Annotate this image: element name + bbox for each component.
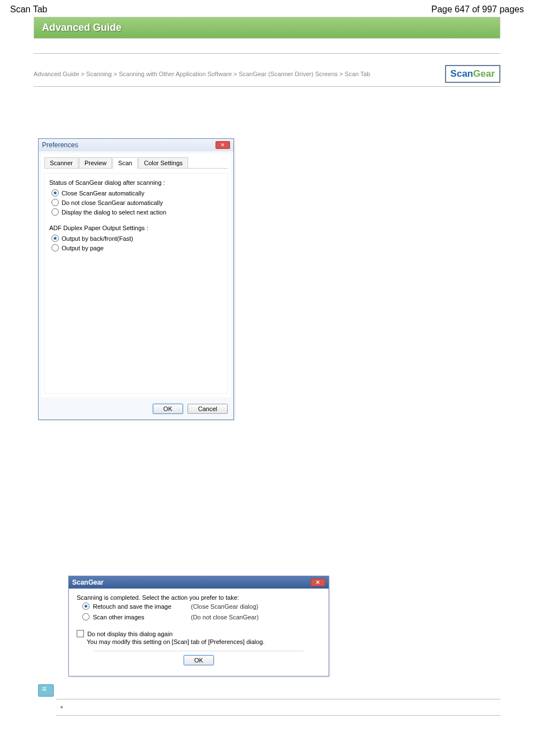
prefs-title: Preferences xyxy=(42,141,78,149)
radio-scan-other[interactable] xyxy=(82,613,90,620)
bullet-icon: ● xyxy=(60,504,65,512)
tab-color-settings[interactable]: Color Settings xyxy=(138,157,188,169)
tab-scanner[interactable]: Scanner xyxy=(44,157,78,169)
sg-opt1-label: Retouch and save the image xyxy=(93,603,191,610)
ok-button[interactable]: OK xyxy=(184,655,214,665)
sg-sub: You may modify this setting on [Scan] ta… xyxy=(77,638,321,645)
tabs: Scanner Preview Scan Color Settings xyxy=(44,157,228,169)
page-header-right: Page 647 of 997 pages xyxy=(432,4,524,15)
status-desc: Select what to do with ScanGear (scanner… xyxy=(45,440,500,448)
radio-display-dialog[interactable] xyxy=(51,208,59,216)
group1-label: Status of ScanGear dialog after scanning… xyxy=(49,179,224,186)
sg-msg: Scanning is completed. Select the action… xyxy=(77,594,321,601)
sg-opt2-label: Scan other images xyxy=(93,614,191,620)
breadcrumb: Advanced Guide > Scanning > Scanning wit… xyxy=(34,71,370,77)
scangear-logo: ScanGear xyxy=(445,65,500,83)
opt2-desc: Select this to return to the ScanGear sc… xyxy=(60,512,500,521)
square-bullet-icon: ■ xyxy=(60,704,63,710)
logo-scan: Scan xyxy=(451,68,474,79)
group2-label: ADF Duplex Paper Output Settings : xyxy=(49,225,224,231)
opt3-desc: Select this to open a screen and select … xyxy=(60,563,500,571)
scangear-dialog: ScanGear ✕ Scanning is completed. Select… xyxy=(68,576,329,676)
note-body-text: Even if Do not close ScanGear automatica… xyxy=(68,703,425,710)
radio-close-auto[interactable] xyxy=(51,189,59,197)
radio-not-close[interactable] xyxy=(51,199,59,206)
radio-close-auto-label: Close ScanGear automatically xyxy=(62,190,144,197)
guide-banner: Advanced Guide xyxy=(34,17,500,39)
close-icon[interactable]: ✕ xyxy=(311,578,325,586)
cancel-button[interactable]: Cancel xyxy=(188,404,228,414)
note-icon xyxy=(38,684,54,697)
bullet-icon: ● xyxy=(45,431,49,440)
close-icon[interactable]: ✕ xyxy=(216,141,230,149)
radio-output-page[interactable] xyxy=(51,244,59,251)
status-head: Status of ScanGear dialog after scanning xyxy=(51,431,193,440)
opt1-desc: Select this to return to the original ap… xyxy=(60,479,500,487)
radio-retouch[interactable] xyxy=(82,603,90,610)
ok-button[interactable]: OK xyxy=(153,404,183,414)
radio-not-close-label: Do not close ScanGear automatically xyxy=(62,199,163,206)
checkbox-dont-display[interactable] xyxy=(77,630,84,637)
sg-check-label: Do not display this dialog again xyxy=(87,631,172,637)
preferences-dialog: Preferences ✕ Scanner Preview Scan Color… xyxy=(38,138,234,420)
logo-gear: Gear xyxy=(473,68,495,79)
adf-head: ADF Duplex Paper Output Settings xyxy=(51,724,171,732)
intro-text: On the Scan tab, you can specify the fol… xyxy=(34,121,500,132)
bullet-icon: ● xyxy=(60,470,65,479)
radio-output-bf[interactable] xyxy=(51,235,59,242)
bullet-icon: ● xyxy=(60,554,65,563)
sg-opt2-hint: (Do not close ScanGear) xyxy=(191,614,259,620)
note-label: Note xyxy=(59,686,76,694)
bullet-icon: ● xyxy=(45,724,49,732)
opt2-head: Do not close ScanGear automatically xyxy=(67,504,195,512)
opt1-head: Close ScanGear automatically xyxy=(67,470,171,479)
sg-opt1-hint: (Close ScanGear dialog) xyxy=(191,603,258,610)
page-title: Scan Tab xyxy=(34,104,500,115)
radio-output-bf-label: Output by back/front(Fast) xyxy=(62,235,133,242)
tab-scan[interactable]: Scan xyxy=(113,157,138,169)
tab-preview[interactable]: Preview xyxy=(79,157,112,169)
page-header-left: Scan Tab xyxy=(10,4,47,15)
radio-output-page-label: Output by page xyxy=(62,245,104,251)
radio-display-dialog-label: Display the dialog to select next action xyxy=(62,209,166,216)
sg-title: ScanGear xyxy=(72,578,104,586)
opt3-head: Display the dialog to select next action xyxy=(67,554,201,563)
